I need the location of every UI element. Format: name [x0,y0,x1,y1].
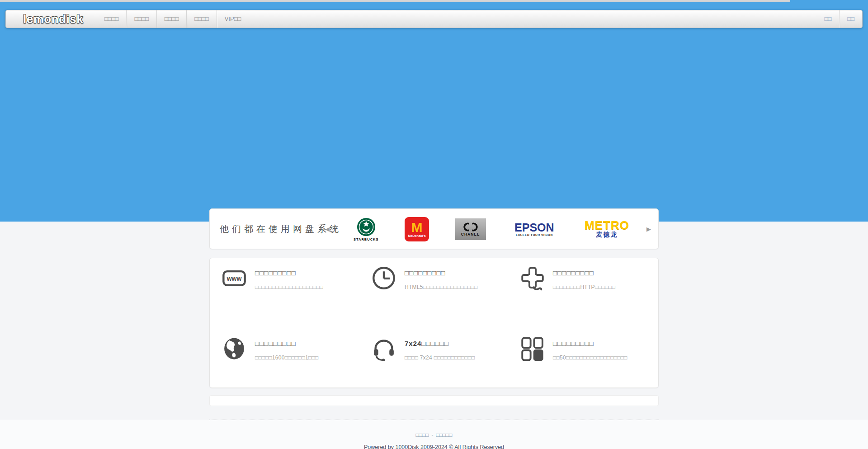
features-card: www □□□□□□□□□ □□□□□□□□□□□□□□□□□□□□ □□□□□… [209,258,659,388]
chanel-logo: CHANEL [455,218,486,240]
brand-logo[interactable]: lemondisk [23,12,83,26]
feature-desc: □□50□□□□□□□□□□□□□□□□□□ [553,354,684,361]
feature-desc: □□□□□□□□□□□□□□□□□□□□ [255,284,386,290]
feature-desc: □□□□□□□□HTTP□□□□□□ [553,284,684,290]
feature-title: □□□□□□□□□ [553,269,684,277]
metro-logo: METRO 麦德龙 [583,219,631,239]
mcdonalds-wordmark: McDonald's [408,234,426,237]
footer-link-1[interactable]: □□□□ [415,432,429,438]
www-browser-icon: www [222,265,247,291]
footer-link-separator: - [431,432,433,438]
starbucks-logo: STARBUCKS [354,217,379,241]
plugin-plus-icon [520,265,545,291]
metro-wordmark: METRO [585,220,629,231]
feature-title: □□□□□□□□□ [553,340,684,347]
hero-banner [0,0,868,222]
feature-title: □□□□□□□□□ [405,269,536,277]
headset-icon [371,336,396,361]
epson-wordmark: EPSON [514,222,554,233]
footer-divider [209,420,659,420]
epson-logo: EPSON EXCEED YOUR VISION [512,221,557,237]
clients-carousel-card: 他们都在使用网盘系统 ◀ STARBUCKS M McDonald's [209,208,659,249]
nav-item-4[interactable]: □□□□ [186,10,216,28]
copyright-line: Powered by 1000Disk 2009-2024 © All Righ… [0,444,868,449]
account-nav: □□ □□ [817,10,862,28]
golden-arches-icon: M [411,221,423,234]
feature-desc: HTML5□□□□□□□□□□□□□□□□ [405,284,536,290]
footer-link-2[interactable]: □□□□□ [436,432,452,438]
chanel-badge: CHANEL [455,218,486,240]
chanel-wordmark: CHANEL [461,232,480,236]
epson-tagline: EXCEED YOUR VISION [516,233,553,236]
mcdonalds-logo: M McDonald's [405,217,429,241]
top-edge-strip [0,0,790,2]
svg-text:www: www [226,275,242,282]
navbar: lemondisk □□□□ □□□□ □□□□ □□□□ VIP□□ □□ □… [5,10,863,28]
mcdonalds-badge: M McDonald's [405,217,429,241]
carousel-next-icon[interactable]: ▶ [646,226,651,232]
brand-logo-row: STARBUCKS M McDonald's CHANEL EPSON EXCE… [354,209,631,250]
starbucks-wordmark: STARBUCKS [354,237,379,241]
register-link[interactable]: □□ [839,10,862,28]
empty-content-bar [209,395,659,406]
login-link[interactable]: □□ [817,10,840,28]
nav-item-vip[interactable]: VIP□□ [217,10,249,28]
feature-desc: □□□□ 7x24 □□□□□□□□□□□□ [405,354,536,361]
nav-item-3[interactable]: □□□□ [156,10,186,28]
feature-title: □□□□□□□□□ [255,269,386,277]
feature-title: 7x24□□□□□□ [405,340,536,347]
globe-icon [222,336,247,361]
nav-item-2[interactable]: □□□□ [126,10,156,28]
nav-item-1[interactable]: □□□□ [97,10,126,28]
carousel-prev-icon[interactable]: ◀ [325,226,330,232]
grid-apps-icon [520,336,545,361]
epson-badge: EPSON EXCEED YOUR VISION [512,221,557,237]
metro-chinese-name: 麦德龙 [596,231,618,239]
starbucks-siren-icon [357,217,376,236]
main-nav: □□□□ □□□□ □□□□ □□□□ VIP□□ [97,10,249,28]
feature-desc: □□□□□1600□□□□□□1□□□ [255,354,386,361]
chanel-cc-icon [462,222,479,232]
clients-title: 他们都在使用网盘系统 [220,223,342,235]
footer-links: □□□□-□□□□□ [0,432,868,438]
clock-icon [371,265,396,291]
metro-badge: METRO 麦德龙 [583,219,631,239]
feature-title: □□□□□□□□□ [255,340,386,347]
